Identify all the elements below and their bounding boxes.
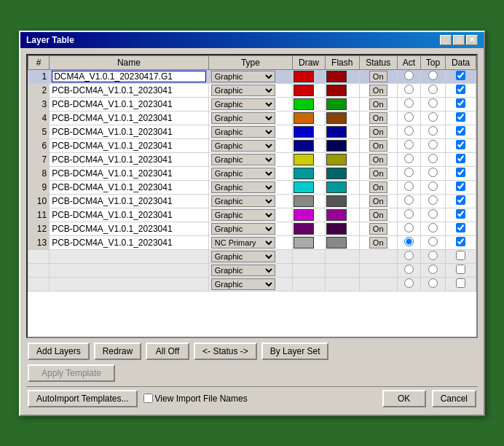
row-top-radio[interactable] xyxy=(420,249,445,263)
row-draw-color[interactable] xyxy=(293,83,326,97)
row-draw-color[interactable] xyxy=(293,69,326,83)
row-act-radio[interactable] xyxy=(397,235,420,249)
row-flash-color[interactable] xyxy=(326,180,360,194)
top-radio-input[interactable] xyxy=(428,154,438,163)
data-checkbox-input[interactable] xyxy=(456,265,465,274)
type-select[interactable]: GraphicNC PrimaryLayer Set xyxy=(211,195,275,207)
data-checkbox-input[interactable] xyxy=(456,85,465,94)
data-checkbox-input[interactable] xyxy=(456,140,465,149)
row-act-radio[interactable] xyxy=(397,277,420,291)
act-radio-input[interactable] xyxy=(404,265,414,274)
row-flash-color[interactable] xyxy=(326,111,360,125)
row-data-checkbox[interactable] xyxy=(446,194,476,208)
view-import-checkbox[interactable] xyxy=(143,394,153,403)
row-data-checkbox[interactable] xyxy=(446,249,476,263)
row-act-radio[interactable] xyxy=(397,152,420,166)
act-radio-input[interactable] xyxy=(404,140,414,149)
row-data-checkbox[interactable] xyxy=(446,83,476,97)
top-radio-input[interactable] xyxy=(428,278,438,288)
by-layer-set-button[interactable]: By Layer Set xyxy=(261,343,329,360)
top-radio-input[interactable] xyxy=(428,140,438,149)
act-radio-input[interactable] xyxy=(404,195,414,205)
row-flash-color[interactable] xyxy=(326,222,360,235)
row-flash-color[interactable] xyxy=(326,194,360,208)
top-radio-input[interactable] xyxy=(428,237,438,246)
row-top-radio[interactable] xyxy=(420,222,445,235)
row-draw-color[interactable] xyxy=(293,180,326,194)
row-act-radio[interactable] xyxy=(397,263,420,277)
type-select[interactable]: GraphicNC PrimaryLayer Set xyxy=(211,154,275,165)
act-radio-input[interactable] xyxy=(404,71,414,80)
row-data-checkbox[interactable] xyxy=(446,69,476,83)
data-checkbox-input[interactable] xyxy=(456,98,465,108)
row-type[interactable]: GraphicNC PrimaryLayer Set xyxy=(208,222,292,235)
data-checkbox-input[interactable] xyxy=(456,209,465,219)
row-top-radio[interactable] xyxy=(420,111,445,125)
all-off-button[interactable]: All Off xyxy=(146,343,189,360)
data-checkbox-input[interactable] xyxy=(456,71,465,80)
row-flash-color[interactable] xyxy=(326,208,360,222)
name-input[interactable] xyxy=(52,71,206,82)
type-select[interactable]: GraphicNC PrimaryLayer Set xyxy=(211,209,275,221)
row-top-radio[interactable] xyxy=(420,180,445,194)
row-type[interactable]: GraphicNC PrimaryLayer Set xyxy=(208,263,292,277)
act-radio-input[interactable] xyxy=(404,223,414,232)
act-radio-input[interactable] xyxy=(404,85,414,94)
act-radio-input[interactable] xyxy=(404,278,414,288)
layer-table-container[interactable]: # Name Type Draw Flash Status Act Top Da… xyxy=(26,54,478,338)
act-radio-input[interactable] xyxy=(404,237,414,246)
data-checkbox-input[interactable] xyxy=(456,237,465,246)
act-radio-input[interactable] xyxy=(404,112,414,122)
row-type[interactable]: GraphicNC PrimaryLayer Set xyxy=(208,194,292,208)
row-flash-color[interactable] xyxy=(326,125,360,138)
type-select[interactable]: GraphicNC PrimaryLayer Set xyxy=(211,181,275,193)
add-layers-button[interactable]: Add Layers xyxy=(28,343,90,360)
row-draw-color[interactable] xyxy=(293,194,326,208)
row-top-radio[interactable] xyxy=(420,263,445,277)
row-draw-color[interactable] xyxy=(293,166,326,180)
type-select[interactable]: GraphicNC PrimaryLayer Set xyxy=(211,223,275,235)
row-act-radio[interactable] xyxy=(397,180,420,194)
row-draw-color[interactable] xyxy=(293,138,326,152)
act-radio-input[interactable] xyxy=(404,154,414,163)
row-type[interactable]: GraphicNC PrimaryLayer Set xyxy=(208,125,292,138)
top-radio-input[interactable] xyxy=(428,195,438,205)
row-act-radio[interactable] xyxy=(397,111,420,125)
close-button[interactable]: ✕ xyxy=(466,35,478,45)
row-type[interactable]: GraphicNC PrimaryLayer Set xyxy=(208,235,292,249)
row-data-checkbox[interactable] xyxy=(446,111,476,125)
row-flash-color[interactable] xyxy=(326,138,360,152)
row-draw-color[interactable] xyxy=(293,125,326,138)
row-act-radio[interactable] xyxy=(397,249,420,263)
row-flash-color[interactable] xyxy=(326,69,360,83)
row-data-checkbox[interactable] xyxy=(446,97,476,111)
type-select[interactable]: GraphicNC PrimaryLayer Set xyxy=(211,168,275,179)
top-radio-input[interactable] xyxy=(428,112,438,122)
top-radio-input[interactable] xyxy=(428,251,438,260)
row-data-checkbox[interactable] xyxy=(446,166,476,180)
row-top-radio[interactable] xyxy=(420,194,445,208)
row-data-checkbox[interactable] xyxy=(446,235,476,249)
status-button[interactable]: <- Status -> xyxy=(194,343,257,360)
row-type[interactable]: GraphicNC PrimaryLayer Set xyxy=(208,166,292,180)
act-radio-input[interactable] xyxy=(404,126,414,136)
top-radio-input[interactable] xyxy=(428,209,438,219)
row-top-radio[interactable] xyxy=(420,138,445,152)
data-checkbox-input[interactable] xyxy=(456,126,465,136)
maximize-button[interactable]: □ xyxy=(453,35,465,45)
row-data-checkbox[interactable] xyxy=(446,180,476,194)
row-flash-color[interactable] xyxy=(326,166,360,180)
row-act-radio[interactable] xyxy=(397,83,420,97)
row-top-radio[interactable] xyxy=(420,208,445,222)
row-data-checkbox[interactable] xyxy=(446,263,476,277)
data-checkbox-input[interactable] xyxy=(456,195,465,205)
row-act-radio[interactable] xyxy=(397,208,420,222)
type-select[interactable]: GraphicNC PrimaryLayer Set xyxy=(211,237,275,249)
row-top-radio[interactable] xyxy=(420,152,445,166)
row-type[interactable]: GraphicNC PrimaryLayer Set xyxy=(208,97,292,111)
row-type[interactable]: GraphicNC PrimaryLayer Set xyxy=(208,152,292,166)
row-type[interactable]: GraphicNC PrimaryLayer Set xyxy=(208,208,292,222)
data-checkbox-input[interactable] xyxy=(456,181,465,191)
row-draw-color[interactable] xyxy=(293,152,326,166)
type-select[interactable]: GraphicNC PrimaryLayer Set xyxy=(211,265,275,276)
